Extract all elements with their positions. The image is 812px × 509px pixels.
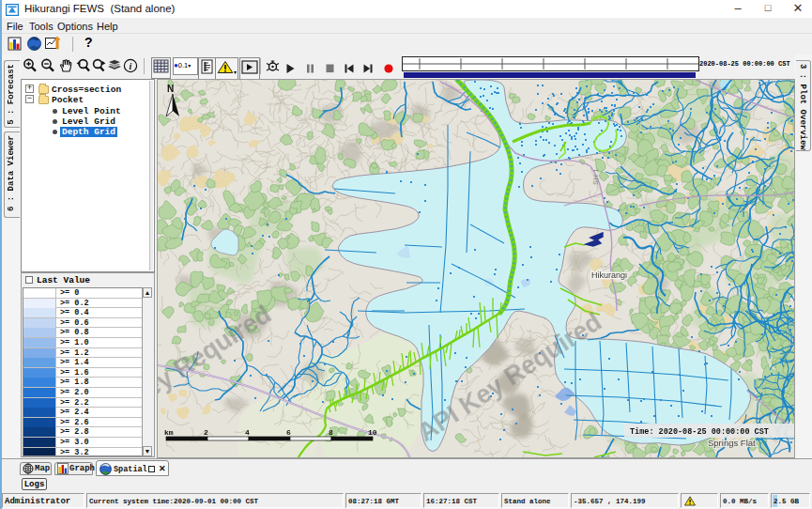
svg-text:km: km — [164, 428, 174, 437]
svg-text:Hikurangi: Hikurangi — [591, 270, 627, 280]
svg-text:8: 8 — [329, 428, 333, 437]
svg-text:6: 6 — [286, 428, 291, 437]
svg-text:2: 2 — [204, 428, 208, 437]
svg-text:10: 10 — [368, 428, 377, 437]
svg-text:4: 4 — [245, 428, 250, 437]
svg-text:i: i — [130, 61, 132, 71]
svg-text:Springs Flat: Springs Flat — [708, 438, 756, 448]
svg-text:N: N — [167, 84, 174, 94]
svg-text:SH 1: SH 1 — [591, 168, 600, 185]
svg-text:Time: 2020-08-25 00:00:00 CST: Time: 2020-08-25 00:00:00 CST — [630, 427, 769, 437]
